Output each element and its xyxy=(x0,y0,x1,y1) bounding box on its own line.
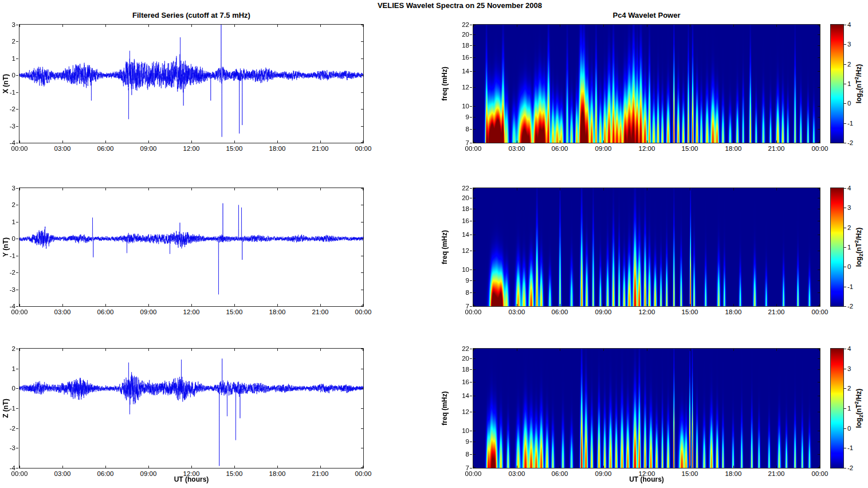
colorbar-tick-mark xyxy=(844,247,846,248)
colorbar-tick-mark xyxy=(844,123,846,124)
colorbar-label-part: (nT xyxy=(855,80,863,91)
freq-tick-mark xyxy=(470,412,472,412)
y-tick-mark xyxy=(16,306,18,307)
x-tick-label: 09:00 xyxy=(134,145,163,153)
x-tick-label: 12:00 xyxy=(633,309,661,316)
freq-tick-mark xyxy=(470,454,472,455)
y-tick-mark xyxy=(16,239,18,239)
colorbar-tick-label: -2 xyxy=(847,139,862,147)
freq-tick-label: 16 xyxy=(450,378,469,386)
colorbar-label-part: (nT xyxy=(855,243,863,254)
y-tick-mark xyxy=(16,205,18,205)
x-tick-label: 00:00 xyxy=(349,145,378,153)
colorbar-tick-mark xyxy=(844,188,846,189)
y-tick-mark xyxy=(16,92,18,93)
colorbar-label-part: 2 xyxy=(854,240,859,243)
freq-tick-label: 10 xyxy=(450,266,469,274)
y-tick-label: -3 xyxy=(0,444,15,452)
y-tick-mark xyxy=(16,25,18,25)
y-tick-mark xyxy=(16,290,18,290)
freq-tick-label: 14 xyxy=(450,68,469,75)
freq-tick-mark xyxy=(470,349,472,349)
freq-tick-label: 18 xyxy=(450,366,469,373)
colorbar-canvas-bottom xyxy=(831,349,843,468)
colorbar-tick-mark xyxy=(844,468,846,469)
freq-tick-label: 9 xyxy=(450,114,469,121)
xlabel-ut-hours-left: UT (hours) xyxy=(19,475,364,483)
y-tick-mark xyxy=(16,109,18,110)
x-tick-label: 12:00 xyxy=(633,145,661,153)
x-tick-label: 06:00 xyxy=(91,145,120,153)
colorbar-tick-label: 4 xyxy=(847,21,862,29)
ylabel-freq-bottom: freq (mHz) xyxy=(441,391,449,425)
x-tick-label: 21:00 xyxy=(762,145,791,153)
spectrogram-canvas-y xyxy=(473,188,820,306)
x-tick-label: 00:00 xyxy=(459,309,488,316)
colorbar-label-part: 2 xyxy=(858,253,864,256)
colorbar-tick-mark xyxy=(844,64,846,65)
freq-tick-label: 10 xyxy=(450,427,469,435)
spectrogram-panel-x: 7891012141618202200:0003:0006:0009:0012:… xyxy=(473,24,820,143)
ylabel-z-nt: Z (nT) xyxy=(2,399,10,417)
freq-tick-mark xyxy=(470,280,472,281)
freq-tick-mark xyxy=(470,188,472,189)
colorbar-tick-mark xyxy=(844,267,846,267)
timeseries-panel-y: 3210-1-2-3-400:0003:0006:0009:0012:0015:… xyxy=(19,188,364,307)
x-tick-label: 06:00 xyxy=(545,309,574,316)
colorbar-canvas-top xyxy=(831,25,843,143)
y-tick-mark xyxy=(16,222,18,222)
x-tick-label: 06:00 xyxy=(545,145,574,153)
colorbar-tick-label: 4 xyxy=(847,345,862,353)
colorbar-tick-mark xyxy=(844,143,846,143)
colorbar-tick-mark xyxy=(844,448,846,448)
y-tick-mark xyxy=(16,143,18,143)
freq-tick-mark xyxy=(470,431,472,431)
colorbar-tick-mark xyxy=(844,103,846,104)
freq-tick-label: 16 xyxy=(450,217,469,225)
freq-tick-mark xyxy=(470,382,472,382)
colorbar-tick-mark xyxy=(844,84,846,84)
colorbar-middle: 43210-1-2 xyxy=(830,188,844,307)
spectrogram-canvas-z xyxy=(473,349,820,468)
colorbar-canvas-middle xyxy=(831,188,843,306)
x-tick-label: 06:00 xyxy=(91,309,120,316)
ylabel-x-nt: X (nT) xyxy=(2,74,10,93)
x-tick-label: 21:00 xyxy=(306,309,335,316)
xlabel-ut-hours-right: UT (hours) xyxy=(473,475,820,483)
freq-tick-mark xyxy=(470,34,472,35)
x-tick-label: 12:00 xyxy=(177,309,206,316)
spectrogram-canvas-x xyxy=(473,25,820,143)
y-tick-label: 1 xyxy=(0,55,15,63)
x-tick-label: 09:00 xyxy=(134,309,163,316)
colorbar-tick-mark xyxy=(844,349,846,349)
freq-tick-mark xyxy=(470,57,472,58)
timeseries-canvas-z xyxy=(19,349,363,468)
freq-tick-mark xyxy=(470,117,472,118)
colorbar-tick-label: -1 xyxy=(847,444,862,452)
freq-tick-label: 20 xyxy=(450,355,469,362)
colorbar-label-part: /Hz) xyxy=(855,389,863,401)
colorbar-tick-label: -1 xyxy=(847,283,862,291)
y-tick-label: -2 xyxy=(0,106,15,113)
colorbar-label-part: (nT xyxy=(855,404,863,415)
figure-title: VELIES Wavelet Spectra on 25 November 20… xyxy=(0,1,868,10)
y-tick-mark xyxy=(16,75,18,76)
ylabel-y-nt: Y (nT) xyxy=(2,237,10,257)
colorbar-tick-label: -1 xyxy=(847,120,862,127)
colorbar-tick-label: 3 xyxy=(847,204,862,212)
y-tick-label: -3 xyxy=(0,123,15,130)
colorbar-tick-label: 3 xyxy=(847,365,862,373)
freq-tick-mark xyxy=(470,292,472,293)
freq-tick-mark xyxy=(470,369,472,370)
colorbar-top: 43210-1-2 xyxy=(830,24,844,143)
freq-tick-label: 18 xyxy=(450,205,469,213)
freq-tick-mark xyxy=(470,209,472,209)
ylabel-freq-top: freq (mHz) xyxy=(441,67,449,100)
x-tick-label: 00:00 xyxy=(349,309,378,316)
freq-tick-mark xyxy=(470,25,472,25)
colorbar-tick-mark xyxy=(844,44,846,45)
freq-tick-label: 22 xyxy=(450,185,469,192)
colorbar-label-part: log xyxy=(855,93,863,103)
figure-root: VELIES Wavelet Spectra on 25 November 20… xyxy=(0,0,868,488)
timeseries-canvas-x xyxy=(19,25,363,143)
